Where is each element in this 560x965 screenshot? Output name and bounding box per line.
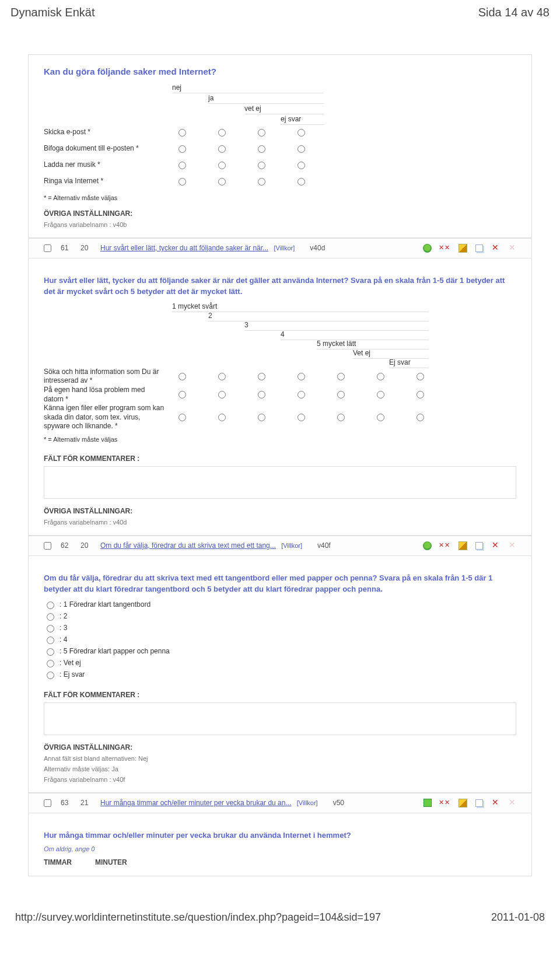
radio-option[interactable] [298,162,305,169]
radio-option[interactable] [416,414,424,421]
matrix-column-headers: 1 mycket svårt 2 3 4 5 mycket lätt Vet e… [172,302,516,368]
radio-option[interactable] [258,162,265,169]
select-checkbox[interactable] [44,542,51,550]
status-square-icon[interactable] [424,799,432,807]
radio-option[interactable] [47,672,54,679]
radio-option[interactable] [258,373,265,380]
radio-option[interactable] [178,162,186,169]
option-label: : 5 Föredrar klart papper och penna [60,647,170,655]
option-label: : 1 Föredrar klart tangentbord [60,600,150,609]
copy-icon[interactable] [475,542,483,550]
radio-option[interactable] [298,145,305,153]
copy-icon[interactable] [475,799,483,807]
radio-option[interactable] [377,373,384,380]
radio-option[interactable] [178,373,186,380]
question-block-v50: Hur många timmar och/eller minuter per v… [29,813,531,876]
radio-option[interactable] [47,660,54,667]
radio-option[interactable] [47,602,54,609]
col-header: 3 [244,321,429,331]
comment-field[interactable] [44,702,516,735]
question-link[interactable]: Hur många timmar och/eller minuter per v… [100,799,291,807]
radio-option[interactable] [47,613,54,621]
radio-option[interactable] [47,648,54,656]
question-link[interactable]: Hur svårt eller lätt, tycker du att följ… [100,244,268,252]
row-label: Skicka e-post * [44,128,172,137]
row-label: Bifoga dokument till e-posten * [44,144,172,153]
radio-option[interactable] [337,373,345,380]
row-label: Ladda ner musik * [44,160,172,170]
radio-option[interactable] [258,129,265,137]
radio-option[interactable] [258,414,265,421]
radio-option[interactable] [218,414,226,421]
radio-option[interactable] [178,178,186,186]
matrix-row: Söka och hitta information som Du är int… [44,368,516,386]
radio-option[interactable] [298,178,305,186]
condition-link[interactable]: [Villkor] [281,542,302,549]
radio-option[interactable] [178,391,186,398]
status-icon[interactable] [423,244,432,253]
double-x-icon[interactable] [440,244,450,253]
question-link[interactable]: Om du får välja, föredrar du att skriva … [100,541,276,550]
radio-option[interactable] [377,391,384,398]
radio-option[interactable] [178,129,186,137]
radio-option[interactable] [218,162,226,169]
radio-option[interactable] [416,373,424,380]
radio-option[interactable] [218,391,226,398]
radio-option[interactable] [337,414,345,421]
question-index: 61 [61,244,75,252]
radio-option[interactable] [298,414,305,421]
col-header: Ej svar [389,358,429,368]
radio-option[interactable] [298,129,305,137]
radio-option[interactable] [258,145,265,153]
delete-icon[interactable] [491,541,500,550]
radio-option[interactable] [258,391,265,398]
double-x-icon[interactable] [440,541,450,550]
radio-option[interactable] [298,373,305,380]
radio-option[interactable] [377,414,384,421]
required-note: * = Alternativ måste väljas [44,436,516,443]
col-header: ej svar [281,115,324,125]
radio-option[interactable] [258,178,265,186]
radio-option[interactable] [416,391,424,398]
settings-heading: ÖVRIGA INSTÄLLNINGAR: [44,743,516,751]
radio-option[interactable] [178,145,186,153]
variable-code: v40d [310,244,325,252]
status-icon[interactable] [423,541,432,550]
row-label: På egen hand lösa problem med datorn * [44,386,172,404]
comment-heading: FÄLT FÖR KOMMENTARER : [44,691,516,699]
copy-icon[interactable] [475,244,483,252]
delete-icon[interactable] [491,244,500,253]
radio-option[interactable] [178,414,186,421]
condition-link[interactable]: [Villkor] [297,799,318,806]
edit-icon[interactable] [459,244,467,253]
option-label: : Vet ej [60,659,81,667]
page-index: 21 [80,799,94,807]
select-checkbox[interactable] [44,799,51,807]
settings-heading: ÖVRIGA INSTÄLLNINGAR: [44,209,516,218]
col-header: ja [208,94,324,104]
edit-icon[interactable] [459,541,467,550]
edit-icon[interactable] [459,799,467,807]
variable-code: v40f [317,541,331,550]
delete-icon[interactable] [491,799,500,807]
double-x-icon[interactable] [440,799,450,807]
page-title: Dynamisk Enkät [10,6,95,19]
question-header-row: 62 20 Om du får välja, föredrar du att s… [29,536,531,556]
settings-line: Frågans variabelnamn : v40b [44,221,516,228]
matrix-row: Känna igen filer eller program som kan s… [44,404,516,431]
radio-option[interactable] [47,637,54,644]
radio-list: : 1 Föredrar klart tangentbord : 2 : 3 :… [44,600,516,679]
settings-line: Annat fält sist bland alternativen: Nej [44,755,516,762]
radio-option[interactable] [337,391,345,398]
select-checkbox[interactable] [44,244,51,252]
condition-link[interactable]: [Villkor] [274,244,295,251]
comment-field[interactable] [44,466,516,499]
radio-option[interactable] [47,625,54,632]
radio-option[interactable] [218,178,226,186]
col-header: nej [172,83,324,93]
radio-option[interactable] [298,391,305,398]
radio-option[interactable] [218,373,226,380]
page-index: 20 [80,244,94,252]
radio-option[interactable] [218,129,226,137]
radio-option[interactable] [218,145,226,153]
